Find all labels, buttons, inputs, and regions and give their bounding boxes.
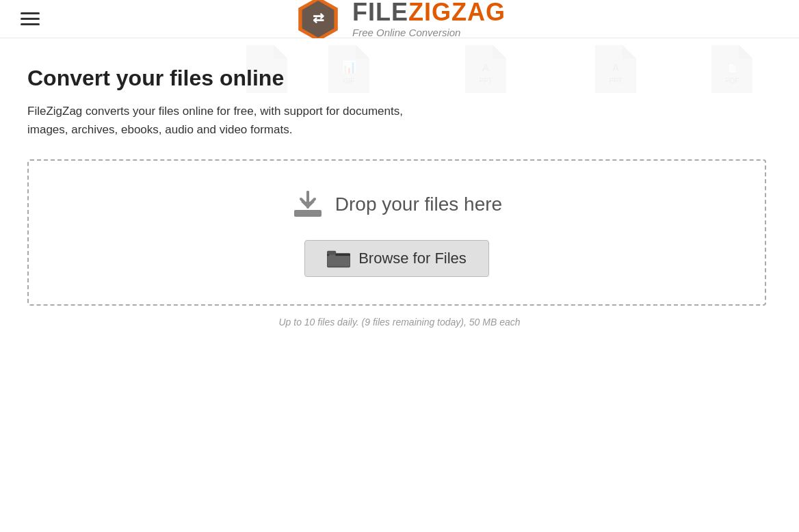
svg-marker-19 — [739, 45, 752, 59]
page-title: Convert your files online — [27, 66, 772, 91]
logo-file-part: FILE — [352, 0, 408, 26]
drop-text: Drop your files here — [335, 194, 502, 215]
svg-marker-11 — [493, 45, 506, 59]
hamburger-menu[interactable] — [21, 12, 40, 25]
browse-files-label: Browse for Files — [358, 250, 467, 267]
main-content: MP3 📊 GIF A PPT A PPT 📄 PDF — [0, 38, 799, 341]
svg-rect-36 — [294, 210, 322, 217]
content-area: Convert your files online FileZigZag con… — [27, 66, 772, 328]
svg-rect-44 — [329, 255, 335, 258]
logo-name: FILEZIGZAG — [352, 0, 506, 25]
drop-text-area: Drop your files here — [291, 188, 502, 221]
svg-rect-42 — [327, 251, 336, 255]
logo-icon: ⇄ — [293, 0, 343, 44]
svg-marker-39 — [301, 202, 315, 209]
browse-files-button[interactable]: Browse for Files — [304, 240, 489, 277]
svg-marker-4 — [274, 45, 287, 59]
svg-text:⇄: ⇄ — [313, 10, 324, 25]
logo-area: ⇄ FILEZIGZAG Free Online Conversion — [293, 0, 506, 44]
folder-icon — [327, 249, 350, 268]
svg-marker-15 — [623, 45, 636, 59]
svg-marker-7 — [356, 45, 369, 59]
logo-zigzag-part: ZIGZAG — [408, 0, 506, 26]
logo-tagline: Free Online Conversion — [352, 27, 506, 38]
svg-rect-43 — [328, 256, 350, 267]
footer-note: Up to 10 files daily. (9 files remaining… — [27, 317, 772, 328]
drop-zone[interactable]: Drop your files here Browse for Files — [27, 159, 766, 306]
drop-icon — [291, 188, 324, 221]
page-description: FileZigZag converts your files online fo… — [27, 102, 438, 139]
header: ⇄ FILEZIGZAG Free Online Conversion — [0, 0, 799, 38]
logo-text: FILEZIGZAG Free Online Conversion — [352, 0, 506, 38]
